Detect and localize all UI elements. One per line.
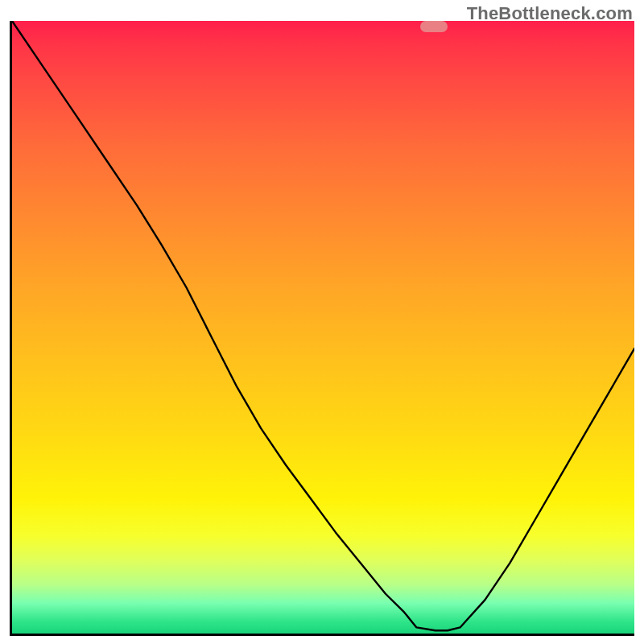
background-gradient xyxy=(12,21,634,634)
plot-area xyxy=(10,21,634,636)
optimal-marker xyxy=(420,21,448,32)
